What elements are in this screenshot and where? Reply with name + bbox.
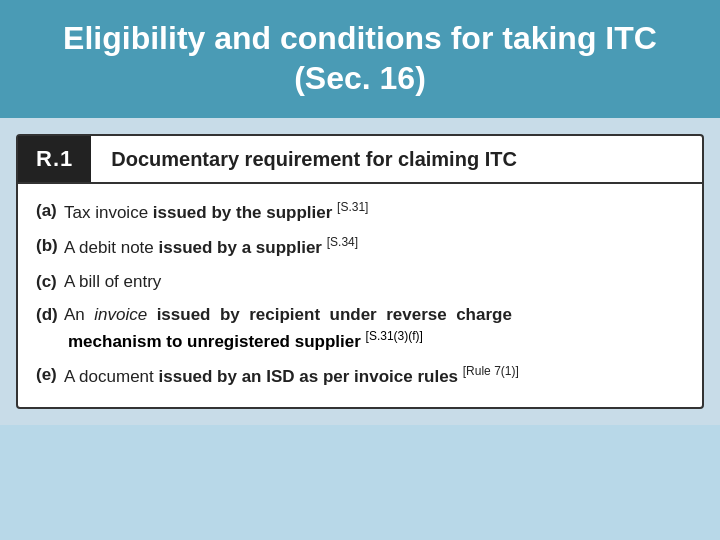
item-label: (e)	[36, 363, 64, 388]
header-title: Eligibility and conditions for taking IT…	[20, 18, 700, 98]
card-header-title: Documentary requirement for claiming ITC	[91, 138, 537, 181]
r1-badge: R.1	[18, 136, 91, 182]
content-area: R.1 Documentary requirement for claiming…	[0, 118, 720, 425]
item-label: (a)	[36, 199, 64, 224]
list-item: (d) An invoice issued by recipient under…	[18, 298, 702, 358]
card-header: R.1 Documentary requirement for claiming…	[18, 136, 702, 184]
card: R.1 Documentary requirement for claiming…	[16, 134, 704, 409]
list-item: (a) Tax invoice issued by the supplier […	[18, 194, 702, 229]
item-content: A document issued by an ISD as per invoi…	[64, 363, 684, 389]
item-label: (b)	[36, 234, 64, 259]
item-label: (d)	[36, 303, 64, 328]
item-content: An invoice issued by recipient under rev…	[64, 303, 512, 328]
item-content: A debit note issued by a supplier [S.34]	[64, 234, 684, 260]
list-item: (c) A bill of entry	[18, 265, 702, 299]
header: Eligibility and conditions for taking IT…	[0, 0, 720, 118]
item-content: A bill of entry	[64, 270, 684, 295]
list-item: (b) A debit note issued by a supplier [S…	[18, 229, 702, 264]
list-item: (e) A document issued by an ISD as per i…	[18, 358, 702, 393]
item-label: (c)	[36, 270, 64, 295]
item-content: Tax invoice issued by the supplier [S.31…	[64, 199, 684, 225]
